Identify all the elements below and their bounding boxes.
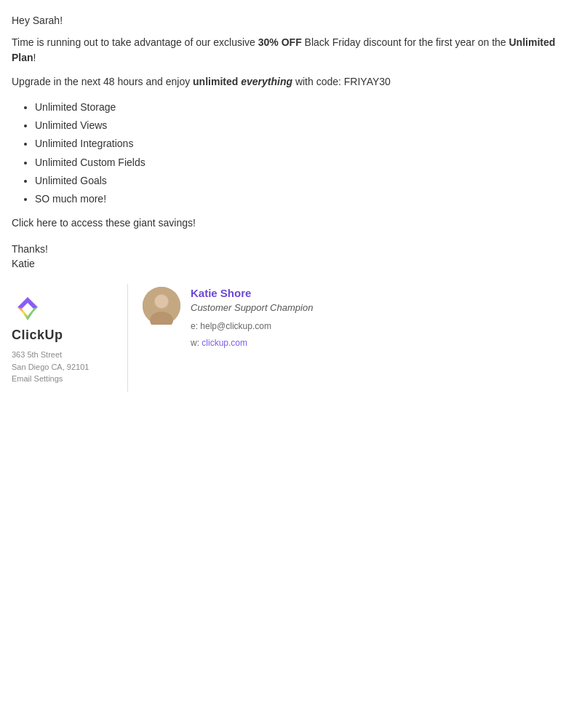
sig-person-info: Katie Shore Customer Support Champion e:… [191,287,313,350]
discount-text: 30% OFF [258,36,302,48]
clickup-wordmark: ClickUp [12,328,63,343]
upgrade-suffix: with code: FRIYAY30 [292,76,391,87]
intro-prefix: Time is running out to take advantage of… [12,36,258,48]
cta-line[interactable]: Click here to access these giant savings… [12,217,565,229]
address-line2: San Diego CA, 92101 [12,361,89,373]
intro-suffix: ! [33,52,36,63]
svg-point-3 [155,295,168,308]
sig-person-title: Customer Support Champion [191,302,313,313]
upgrade-line: Upgrade in the next 48 hours and enjoy u… [12,74,565,90]
cta-link[interactable]: Click here to access these giant savings… [12,217,196,229]
unlimited-text: unlimited [193,76,238,87]
thanks-line: Thanks! [12,243,565,255]
sign-name: Katie [12,258,565,269]
list-item: Unlimited Views [35,116,565,135]
clickup-icon [12,293,44,325]
list-item: Unlimited Storage [35,98,565,116]
intro-line: Time is running out to take advantage of… [12,35,565,66]
email-settings-link[interactable]: Email Settings [12,374,63,383]
list-item: Unlimited Custom Fields [35,154,565,172]
signature-left: ClickUp 363 5th Street San Diego CA, 921… [12,284,128,392]
email-value: help@clickup.com [200,321,271,331]
everything-text: everything [241,76,292,87]
list-item: Unlimited Integrations [35,135,565,153]
address-line1: 363 5th Street [12,349,62,361]
features-list: Unlimited Storage Unlimited Views Unlimi… [35,98,565,208]
sig-website-line: w: clickup.com [191,336,313,350]
signature-block: ClickUp 363 5th Street San Diego CA, 921… [12,284,565,392]
email-label: e: [191,321,198,331]
email-body: Hey Sarah! Time is running out to take a… [12,15,565,392]
list-item: SO much more! [35,190,565,208]
avatar [143,287,180,325]
website-link[interactable]: clickup.com [202,338,247,348]
website-label: w: [191,338,199,348]
greeting: Hey Sarah! [12,15,565,26]
upgrade-prefix: Upgrade in the next 48 hours and enjoy [12,76,193,87]
intro-middle: Black Friday discount for the first year… [302,36,509,48]
clickup-logo-container: ClickUp [12,293,63,349]
list-item: Unlimited Goals [35,172,565,190]
sig-email-line: e: help@clickup.com [191,319,313,333]
sig-person-name: Katie Shore [191,287,313,299]
signature-right: Katie Shore Customer Support Champion e:… [143,284,313,350]
